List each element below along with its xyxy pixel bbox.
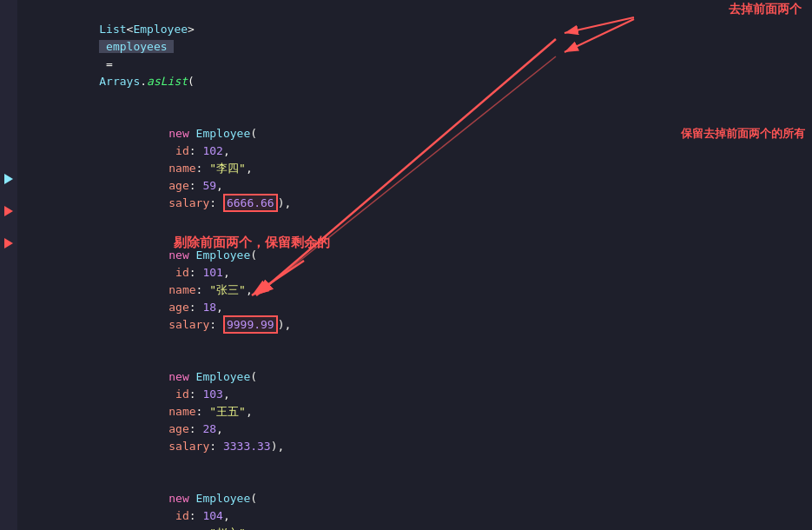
code-line-1: List<Employee> employees = Arrays.asList… (24, 3, 812, 108)
sidebar-icon-1 (4, 174, 13, 184)
code-line-2: new Employee( id: 102, name: "李四", age: … (24, 108, 812, 229)
sidebar-icon-2 (4, 206, 13, 216)
code-block-list: List<Employee> employees = Arrays.asList… (19, 3, 812, 530)
code-line-3: new Employee( id: 101, name: "张三", age: … (24, 229, 812, 351)
sidebar-icon-3 (4, 238, 13, 248)
main-container: 去掉前面两个 保留去掉前面两个的所有 剔除前面两个，保留剩余的 (0, 0, 812, 530)
left-gutter (0, 0, 17, 530)
code-line-4: new Employee( id: 103, name: "王五", age: … (24, 351, 812, 473)
code-line-5: new Employee( id: 104, name: "赵六", age: … (24, 473, 812, 530)
code-editor[interactable]: 去掉前面两个 保留去掉前面两个的所有 剔除前面两个，保留剩余的 (0, 0, 812, 530)
